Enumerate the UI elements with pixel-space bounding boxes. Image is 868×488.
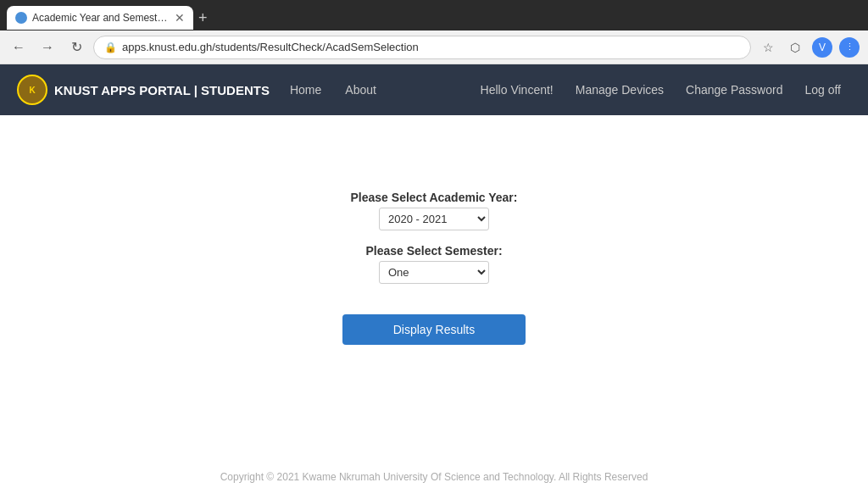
active-tab[interactable]: Academic Year and Semester Sel... ✕ — [7, 6, 193, 30]
main-content: Please Select Academic Year: 2020 - 2021… — [0, 115, 868, 420]
brand-logo-area[interactable]: K KNUST APPS PORTAL | STUDENTS — [17, 75, 270, 105]
semester-group: Please Select Semester: One Two — [365, 244, 502, 284]
site-footer: Copyright © 2021 Kwame Nkrumah Universit… — [0, 454, 868, 488]
profile-area-button[interactable]: V — [810, 36, 834, 59]
browser-nav-bar: ← → ↻ 🔒 apps.knust.edu.gh/students/Resul… — [0, 30, 868, 64]
semester-select[interactable]: One Two — [379, 261, 489, 284]
display-results-button[interactable]: Display Results — [342, 314, 526, 345]
tab-title: Academic Year and Semester Sel... — [32, 12, 170, 24]
lock-icon: 🔒 — [104, 42, 117, 53]
chrome-menu-button[interactable]: ⋮ — [837, 36, 861, 59]
reload-button[interactable]: ↻ — [64, 36, 88, 59]
copyright-text: Copyright © 2021 Kwame Nkrumah Universit… — [220, 471, 648, 483]
address-bar[interactable]: 🔒 apps.knust.edu.gh/students/ResultCheck… — [93, 36, 751, 59]
extensions-button[interactable]: ⬡ — [783, 36, 807, 59]
nav-link-manage-devices[interactable]: Manage Devices — [565, 64, 674, 115]
svg-text:K: K — [29, 86, 36, 95]
academic-year-select[interactable]: 2020 - 2021 2019 - 2020 2018 - 2019 — [379, 208, 489, 230]
address-text: apps.knust.edu.gh/students/ResultCheck/A… — [122, 41, 740, 53]
back-button[interactable]: ← — [7, 36, 31, 59]
site-nav-links: Home About — [278, 64, 388, 115]
bookmark-button[interactable]: ☆ — [756, 36, 780, 59]
nav-link-logoff[interactable]: Log off — [794, 64, 851, 115]
tab-bar: Academic Year and Semester Sel... ✕ + — [0, 0, 868, 30]
greeting-text: Hello Vincent! — [470, 64, 564, 115]
nav-link-home[interactable]: Home — [278, 64, 333, 115]
new-tab-button[interactable]: + — [198, 10, 208, 25]
forward-button[interactable]: → — [36, 36, 59, 59]
tab-close-icon[interactable]: ✕ — [175, 11, 185, 25]
academic-year-label: Please Select Academic Year: — [351, 191, 518, 204]
knust-logo-icon: K — [17, 75, 47, 105]
site-navbar: K KNUST APPS PORTAL | STUDENTS Home Abou… — [0, 64, 868, 115]
nav-link-about[interactable]: About — [333, 64, 388, 115]
site-nav-right: Hello Vincent! Manage Devices Change Pas… — [470, 64, 851, 115]
profile-avatar: V — [812, 37, 832, 58]
page-content: K KNUST APPS PORTAL | STUDENTS Home Abou… — [0, 64, 868, 488]
selection-form: Please Select Academic Year: 2020 - 2021… — [342, 191, 526, 345]
tab-favicon-icon — [15, 12, 27, 24]
chrome-menu-icon: ⋮ — [839, 37, 860, 58]
semester-label: Please Select Semester: — [365, 244, 502, 258]
nav-link-change-password[interactable]: Change Password — [676, 64, 793, 115]
academic-year-group: Please Select Academic Year: 2020 - 2021… — [351, 191, 518, 230]
brand-text: KNUST APPS PORTAL | STUDENTS — [54, 83, 270, 97]
nav-actions: ☆ ⬡ V ⋮ — [756, 36, 861, 59]
